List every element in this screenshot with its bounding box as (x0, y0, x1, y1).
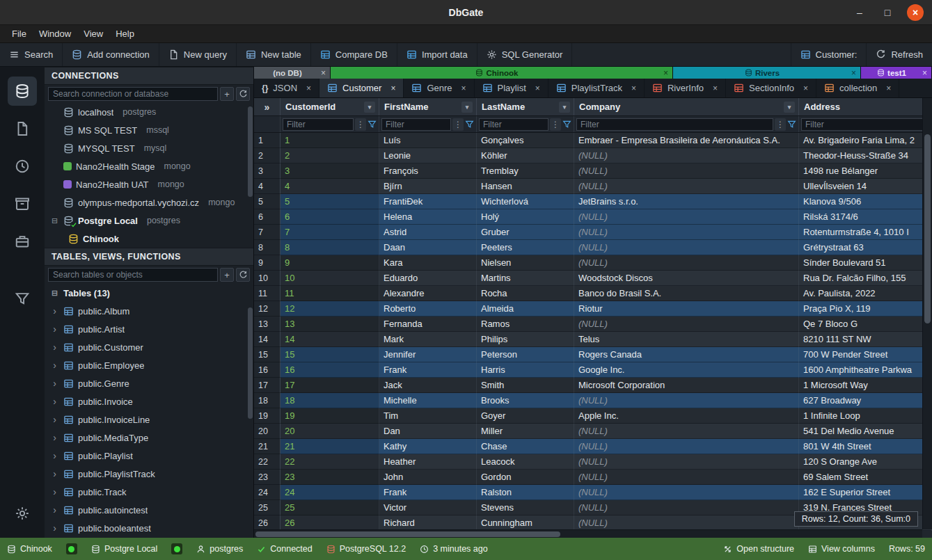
cell-address[interactable]: 120 S Orange Ave (799, 454, 932, 470)
status-rows-59[interactable]: Rows: 59 (889, 544, 925, 554)
table-public-invoiceline[interactable]: › public.InvoiceLine (45, 410, 253, 429)
filter-menu-icon[interactable]: ⋮ (775, 118, 786, 131)
cell-firstname[interactable]: Kathy (379, 439, 477, 454)
cell-address[interactable]: 1 Microsoft Way (799, 378, 932, 393)
tab-group-rivers[interactable]: Rivers × (673, 67, 861, 79)
cell-lastname[interactable]: Gordon (477, 470, 574, 485)
tab-sectioninfo[interactable]: SectionInfo × (726, 79, 816, 97)
table-public-invoice[interactable]: › public.Invoice (45, 392, 253, 410)
cell-lastname[interactable]: Wichterlová (477, 194, 574, 209)
cell-firstname[interactable]: Bjírn (379, 179, 477, 194)
cell-address[interactable]: 1 Infinite Loop (799, 408, 932, 424)
filter-input-company[interactable] (576, 118, 773, 131)
cell-lastname[interactable]: Rocha (477, 286, 574, 301)
cell-firstname[interactable]: Frank (379, 362, 477, 378)
row-number[interactable]: 21 (254, 439, 281, 454)
cell-firstname[interactable]: Frank (379, 485, 477, 500)
table-public-playlisttrack[interactable]: › public.PlaylistTrack (45, 465, 253, 483)
row-number[interactable]: 9 (254, 255, 281, 271)
table-public-employee[interactable]: › public.Employee (45, 356, 253, 374)
column-header-lastname[interactable]: LastName ▾ (477, 98, 574, 115)
chevron-right-icon[interactable]: › (50, 487, 59, 497)
table-public-track[interactable]: › public.Track (45, 483, 253, 501)
cell-firstname[interactable]: Dan (379, 424, 477, 439)
tab-json[interactable]: {} JSON × (254, 79, 319, 97)
funnel-icon[interactable] (787, 120, 796, 129)
cell-customerid[interactable]: 6 (281, 209, 379, 225)
table-public-playlist[interactable]: › public.Playlist (45, 447, 253, 465)
cell-company[interactable]: (NULL) (574, 500, 799, 515)
cell-company[interactable]: (NULL) (574, 439, 799, 454)
cell-customerid[interactable]: 24 (281, 485, 379, 500)
rail-files-button[interactable] (8, 114, 37, 143)
row-number[interactable]: 20 (254, 424, 281, 439)
minimize-button[interactable]: – (851, 4, 868, 21)
filter-menu-icon[interactable]: ⋮ (452, 118, 464, 131)
column-header-customerid[interactable]: CustomerId ▾ (281, 98, 379, 115)
cell-firstname[interactable]: Eduardo (379, 271, 477, 286)
toolbar-compare-db-button[interactable]: Compare DB (311, 43, 397, 66)
row-number[interactable]: 11 (254, 286, 281, 301)
cell-firstname[interactable]: Roberto (379, 301, 477, 317)
rail-plugins-button[interactable] (8, 227, 37, 256)
rail-connections-button[interactable] (8, 77, 37, 106)
cell-company[interactable]: (NULL) (574, 470, 799, 485)
status-view-columns[interactable]: View columns (808, 544, 875, 554)
row-number[interactable]: 1 (254, 133, 281, 148)
cell-address[interactable]: Theodor-Heuss-Straße 34 (799, 148, 932, 163)
funnel-icon[interactable] (465, 120, 474, 129)
row-number[interactable]: 17 (254, 378, 281, 393)
cell-customerid[interactable]: 18 (281, 393, 379, 408)
add-table-small-button[interactable]: + (220, 268, 234, 282)
chevron-right-icon[interactable]: › (50, 505, 59, 515)
cell-customerid[interactable]: 3 (281, 163, 379, 179)
cell-lastname[interactable]: Brooks (477, 393, 574, 408)
tab-genre[interactable]: Genre × (404, 79, 474, 97)
cell-customerid[interactable]: 5 (281, 194, 379, 209)
tab-close-icon[interactable]: × (535, 83, 540, 93)
tab-close-icon[interactable]: × (713, 83, 718, 93)
cell-address[interactable]: 8210 111 ST NW (799, 332, 932, 347)
database-chinook[interactable]: Chinook (45, 230, 253, 248)
tab-group-chinook[interactable]: Chinook × (331, 67, 673, 79)
cell-firstname[interactable]: Michelle (379, 393, 477, 408)
cell-lastname[interactable]: Almeida (477, 301, 574, 317)
cell-firstname[interactable]: FrantiĐek (379, 194, 477, 209)
tab-close-icon[interactable]: × (390, 83, 395, 93)
maximize-button[interactable]: □ (879, 4, 896, 21)
row-number[interactable]: 22 (254, 454, 281, 470)
add-connection-small-button[interactable]: + (220, 87, 234, 101)
cell-lastname[interactable]: Philips (477, 332, 574, 347)
cell-company[interactable]: (NULL) (574, 255, 799, 271)
tab-close-icon[interactable]: × (461, 83, 466, 93)
cell-firstname[interactable]: Daan (379, 240, 477, 255)
toolbar-new-query-button[interactable]: New query (159, 43, 237, 66)
cell-firstname[interactable]: Tim (379, 408, 477, 424)
filter-input-firstname[interactable] (381, 118, 451, 131)
tab-riverinfo[interactable]: RiverInfo × (645, 79, 726, 97)
cell-company[interactable]: (NULL) (574, 317, 799, 332)
cell-lastname[interactable]: Holý (477, 209, 574, 225)
cell-company[interactable]: Telus (574, 332, 799, 347)
connection-ms-sql-test[interactable]: MS SQL TESTmssql (45, 121, 253, 139)
cell-company[interactable]: (NULL) (574, 225, 799, 240)
status-postgres[interactable]: postgres (196, 544, 243, 554)
cell-lastname[interactable]: Goyer (477, 408, 574, 424)
cell-firstname[interactable]: Helena (379, 209, 477, 225)
close-icon[interactable]: × (321, 68, 326, 78)
cell-company[interactable]: (NULL) (574, 515, 799, 531)
cell-company[interactable]: Embraer - Empresa Brasileira de Aeronáut… (574, 133, 799, 148)
toolbar-search-button[interactable]: Search (0, 43, 63, 66)
toolbar-sql-generator-button[interactable]: SQL Generator (477, 43, 573, 66)
cell-address[interactable]: Qe 7 Bloco G (799, 317, 932, 332)
menu-window[interactable]: Window (33, 27, 77, 40)
cell-company[interactable]: (NULL) (574, 209, 799, 225)
tab-close-icon[interactable]: × (886, 83, 891, 93)
row-number[interactable]: 25 (254, 500, 281, 515)
cell-lastname[interactable]: Cunningham (477, 515, 574, 531)
filter-menu-icon[interactable]: ⋮ (550, 118, 561, 131)
table-public-mediatype[interactable]: › public.MediaType (45, 429, 253, 447)
cell-company[interactable]: Banco do Brasil S.A. (574, 286, 799, 301)
cell-lastname[interactable]: Ralston (477, 485, 574, 500)
column-header-firstname[interactable]: FirstName ▾ (379, 98, 477, 115)
